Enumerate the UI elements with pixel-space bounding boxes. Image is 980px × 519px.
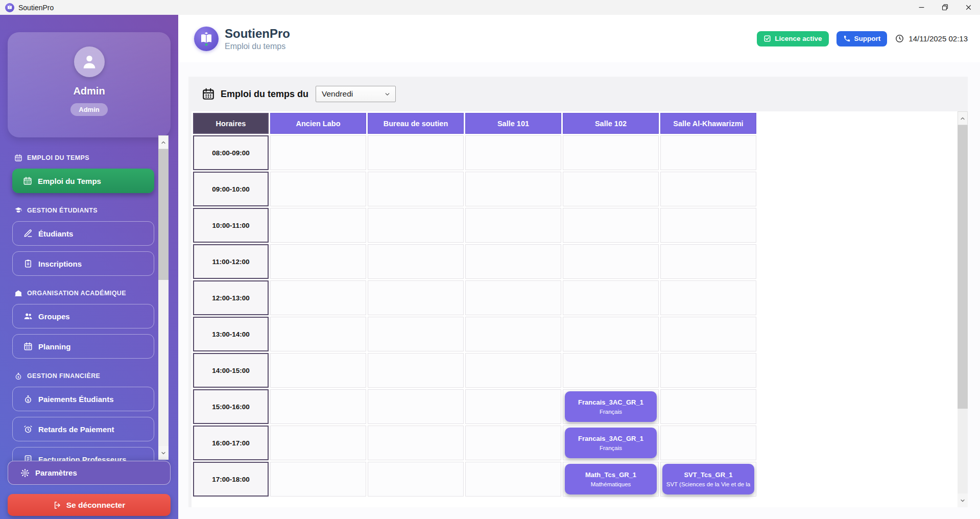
maximize-button[interactable] <box>933 0 957 15</box>
schedule-cell[interactable] <box>465 280 561 315</box>
schedule-cell[interactable] <box>660 280 756 315</box>
column-header-salle-102: Salle 102 <box>563 113 659 134</box>
sidebar-item-label: Inscriptions <box>38 260 82 268</box>
schedule-cell[interactable] <box>368 317 464 351</box>
schedule-cell[interactable] <box>465 208 561 243</box>
scrollbar-thumb[interactable] <box>158 149 169 280</box>
sidebar-scrollbar[interactable] <box>158 135 169 460</box>
schedule-cell[interactable] <box>660 426 756 460</box>
schedule-cell[interactable] <box>270 389 366 424</box>
schedule-cell[interactable] <box>465 317 561 351</box>
schedule-cell[interactable]: Math_Tcs_GR_1 Mathématiques <box>563 462 659 497</box>
close-button[interactable] <box>957 0 980 15</box>
event-card[interactable]: Francais_3AC_GR_1 Français <box>565 428 657 458</box>
time-cell: 15:00-16:00 <box>193 389 269 424</box>
schedule-toolbar: Emploi du temps du Vendredi <box>188 77 968 111</box>
schedule-cell[interactable] <box>563 317 659 351</box>
schedule-cell[interactable] <box>368 462 464 497</box>
schedule-cell[interactable] <box>465 389 561 424</box>
scrollbar-thumb[interactable] <box>958 125 968 409</box>
sidebar-item-groupes[interactable]: Groupes <box>12 304 154 328</box>
sidebar-item-paiements-etudiants[interactable]: Paiements Étudiants <box>12 387 154 411</box>
support-button[interactable]: Support <box>836 31 888 46</box>
logout-label: Se déconnecter <box>66 501 125 510</box>
sidebar-section-organisation-academique: ORGANISATION ACADÉMIQUE <box>14 289 154 297</box>
schedule-cell[interactable] <box>368 280 464 315</box>
section-label: ORGANISATION ACADÉMIQUE <box>27 290 126 297</box>
sidebar-item-emploi-du-temps[interactable]: Emploi du Temps <box>12 169 154 193</box>
schedule-cell[interactable] <box>270 317 366 351</box>
calendar-icon <box>23 176 32 185</box>
sidebar-item-inscriptions[interactable]: Inscriptions <box>12 251 154 276</box>
time-cell: 09:00-10:00 <box>193 172 269 206</box>
schedule-cell[interactable] <box>563 244 659 279</box>
column-header-salle-al-khawarizmi: Salle Al-Khawarizmi <box>660 113 756 134</box>
schedule-cell[interactable] <box>368 353 464 388</box>
schedule-cell[interactable] <box>465 353 561 388</box>
table-row: 09:00-10:00 <box>193 172 756 206</box>
schedule-cell[interactable] <box>368 244 464 279</box>
licence-label: Licence active <box>775 35 822 42</box>
schedule-cell[interactable] <box>465 426 561 460</box>
schedule-cell[interactable] <box>368 426 464 460</box>
logout-button[interactable]: Se déconnecter <box>8 494 171 516</box>
schedule-cell[interactable] <box>563 353 659 388</box>
sidebar-item-retards-de-paiement[interactable]: Retards de Paiement <box>12 417 154 441</box>
schedule-cell[interactable] <box>563 208 659 243</box>
schedule-cell[interactable] <box>270 353 366 388</box>
chevron-up-icon <box>160 139 166 146</box>
schedule-cell[interactable]: Francais_3AC_GR_1 Français <box>563 389 659 424</box>
event-title: Francais_3AC_GR_1 <box>578 398 643 406</box>
schedule-cell[interactable] <box>465 135 561 170</box>
event-card[interactable]: SVT_Tcs_GR_1 SVT (Sciences de la Vie et … <box>662 464 754 494</box>
schedule-cell[interactable] <box>660 208 756 243</box>
schedule-cell[interactable] <box>270 244 366 279</box>
section-label: GESTION ÉTUDIANTS <box>27 207 98 214</box>
schedule-cell[interactable] <box>368 389 464 424</box>
chevron-down-icon <box>160 450 166 456</box>
schedule-cell[interactable] <box>660 244 756 279</box>
schedule-cell[interactable] <box>660 317 756 351</box>
schedule-cell[interactable]: SVT_Tcs_GR_1 SVT (Sciences de la Vie et … <box>660 462 756 497</box>
table-row: 13:00-14:00 <box>193 317 756 351</box>
schedule-cell[interactable] <box>270 462 366 497</box>
time-cell: 10:00-11:00 <box>193 208 269 243</box>
scroll-down-button[interactable] <box>158 446 169 460</box>
schedule-cell[interactable] <box>270 172 366 206</box>
schedule-cell[interactable] <box>368 172 464 206</box>
minimize-button[interactable] <box>910 0 933 15</box>
schedule-cell[interactable] <box>563 135 659 170</box>
event-card[interactable]: Francais_3AC_GR_1 Français <box>565 391 657 422</box>
schedule-cell[interactable]: Francais_3AC_GR_1 Français <box>563 426 659 460</box>
sidebar-item-etudiants[interactable]: Étudiants <box>12 221 154 246</box>
schedule-cell[interactable] <box>563 172 659 206</box>
schedule-cell[interactable] <box>660 172 756 206</box>
scroll-up-button[interactable] <box>158 135 169 149</box>
schedule-cell[interactable] <box>660 135 756 170</box>
chevron-down-icon <box>960 498 966 504</box>
app-header: SoutienPro Emploi du temps Licence activ… <box>178 15 980 62</box>
sidebar-item-parametres[interactable]: Paramètres <box>8 461 171 485</box>
schedule-cell[interactable] <box>270 426 366 460</box>
schedule-body: 08:00-09:0009:00-10:0010:00-11:0011:00-1… <box>193 135 756 497</box>
schedule-cell[interactable] <box>368 208 464 243</box>
schedule-cell[interactable] <box>465 172 561 206</box>
scroll-down-button[interactable] <box>958 493 968 507</box>
event-card[interactable]: Math_Tcs_GR_1 Mathématiques <box>565 464 657 494</box>
schedule-cell[interactable] <box>660 353 756 388</box>
schedule-cell[interactable] <box>368 135 464 170</box>
schedule-cell[interactable] <box>270 280 366 315</box>
time-cell: 16:00-17:00 <box>193 426 269 460</box>
day-select[interactable]: Vendredi <box>316 86 396 102</box>
table-scrollbar[interactable] <box>958 111 968 507</box>
profile-role-badge: Admin <box>70 103 107 116</box>
schedule-cell[interactable] <box>465 462 561 497</box>
schedule-cell[interactable] <box>660 389 756 424</box>
schedule-cell[interactable] <box>563 280 659 315</box>
schedule-cell[interactable] <box>270 135 366 170</box>
schedule-cell[interactable] <box>270 208 366 243</box>
scroll-up-button[interactable] <box>958 111 968 125</box>
schedule-cell[interactable] <box>465 244 561 279</box>
sidebar-item-planning[interactable]: Planning <box>12 334 154 359</box>
event-subject: Français <box>600 445 622 451</box>
